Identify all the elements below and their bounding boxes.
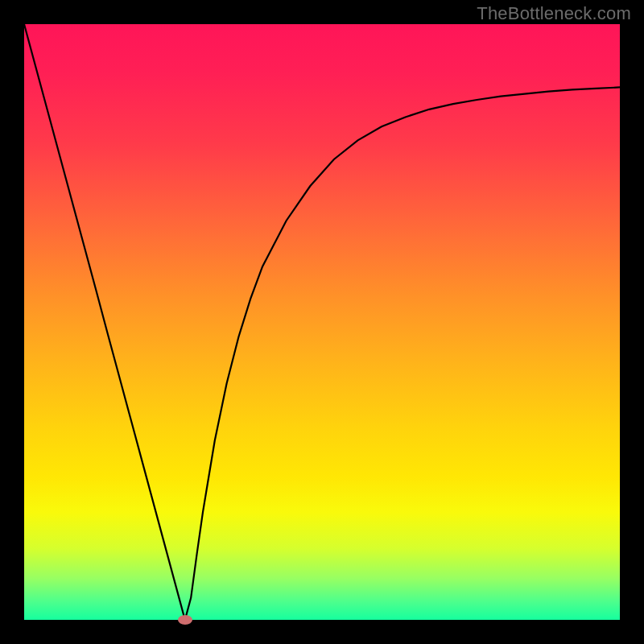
min-marker [178, 615, 192, 625]
watermark-text: TheBottleneck.com [477, 3, 631, 24]
bottleneck-curve [24, 24, 620, 620]
curve-svg [24, 24, 620, 620]
chart-stage: TheBottleneck.com [0, 0, 644, 644]
plot-area [24, 24, 620, 620]
